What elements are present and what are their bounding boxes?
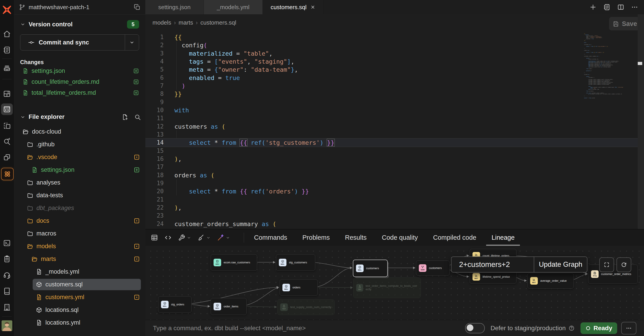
lineage-node-order_items[interactable]: MDLorder_items (211, 298, 247, 315)
overlap-windows-button[interactable] (1, 151, 13, 163)
tree-item-docs-cloud[interactable]: docs-cloud (20, 125, 141, 138)
tree-item-data-tests[interactable]: data-tests (20, 189, 141, 202)
commit-options-caret[interactable] (125, 35, 139, 50)
changed-file-row[interactable]: settings.json (20, 65, 139, 76)
tree-item-settings.json[interactable]: settings.json (20, 164, 141, 176)
minimap[interactable]: {{ config( materialized = "table", tags … (584, 33, 622, 98)
table-tool-button[interactable] (151, 234, 158, 241)
layout-grid-button[interactable] (1, 88, 13, 100)
tree-item-.vscode[interactable]: .vscode (20, 151, 141, 164)
code-lines[interactable]: 1{{2 config(3 materialized = "table",4 t… (145, 14, 638, 229)
search-icon[interactable] (134, 114, 141, 120)
ready-status-button[interactable]: Ready (580, 322, 617, 334)
tree-item-_models.yml[interactable]: _models.yml (20, 265, 141, 278)
panel-tab-results[interactable]: Results (338, 229, 374, 246)
lineage-node-customers[interactable]: MDLcustomers (353, 260, 388, 277)
tree-item-dbt_packages[interactable]: dbt_packages (20, 202, 141, 215)
copy-branch-icon[interactable] (134, 4, 140, 10)
lineage-node-average_order_value[interactable]: METaverage_order_value (527, 273, 574, 289)
tree-item-macros[interactable]: macros (20, 227, 141, 240)
panel-tab-commands[interactable]: Commands (246, 229, 295, 246)
tree-item-locations.yml[interactable]: locations.yml (20, 316, 141, 329)
command-input[interactable]: Type a command, ex. dbt build --select <… (153, 325, 465, 332)
code-editor-button[interactable] (1, 103, 13, 115)
selection-frame-button[interactable] (1, 120, 13, 132)
flask-icon (282, 305, 286, 308)
tree-item-label: .vscode (36, 154, 130, 161)
tab-settings.json[interactable]: settings.json (145, 0, 204, 14)
tab-customers.sql[interactable]: customers.sql (263, 0, 324, 14)
chevron-down-icon[interactable] (20, 114, 26, 120)
lineage-canvas[interactable]: SRCecom.raw_customersMDLstg_customersMDL… (145, 246, 644, 320)
file-icon (36, 269, 42, 275)
lineage-selector-input[interactable]: 2+customers+2 (452, 257, 534, 272)
lineage-selector-overlay: 2+customers+2 Update Graph (451, 257, 588, 273)
tree-item-customers.sql[interactable]: customers.sql (20, 278, 141, 291)
tree-item-docs[interactable]: docs (20, 215, 141, 227)
lineage-refresh-button[interactable] (616, 257, 631, 272)
tree-item-.github[interactable]: .github (20, 138, 141, 151)
wrench-tool-button[interactable] (178, 234, 191, 241)
code-line-16: 16), (145, 155, 638, 163)
tree-item-locations.sql[interactable]: locations.sql (20, 304, 141, 316)
update-graph-button[interactable]: Update Graph (534, 257, 587, 272)
lineage-node-stg_orders[interactable]: MDLstg_orders (158, 296, 192, 313)
search-insights-button[interactable] (1, 136, 13, 147)
lineage-node-customers_sem[interactable]: SEMcustomers (416, 261, 450, 276)
tree-item-models[interactable]: models (20, 240, 141, 253)
lineage-node-test_supply[interactable]: TSTtest_supply_costs_sum_correctly (277, 299, 334, 315)
clipboard-button[interactable] (1, 253, 13, 265)
tree-item-label: data-tests (36, 192, 141, 199)
commit-and-sync-button[interactable]: Commit and sync (20, 34, 139, 50)
inbox-tray-button[interactable] (1, 62, 13, 74)
panel-tab-code-quality[interactable]: Code quality (374, 229, 425, 246)
changed-file-row[interactable]: total_lifetime_orders.md (20, 87, 139, 98)
tree-item-marts[interactable]: marts (20, 253, 141, 265)
chevron-down-icon[interactable] (20, 22, 26, 27)
notebook-button[interactable] (1, 44, 13, 56)
code-tool-button[interactable] (164, 234, 172, 241)
changed-file-row[interactable]: count_lifetime_orders.md (20, 76, 139, 87)
plus-icon[interactable] (590, 3, 596, 11)
atom-button[interactable] (1, 168, 14, 180)
code-line-7: 7 ) (145, 82, 638, 90)
code-line-21: 21 (145, 195, 638, 204)
terminal-button[interactable] (1, 237, 13, 249)
broom-icon (198, 234, 205, 241)
help-icon[interactable] (568, 325, 575, 331)
node-label: stg_orders (171, 303, 184, 306)
panel-tab-compiled-code[interactable]: Compiled code (426, 229, 484, 246)
broom-tool-button[interactable] (198, 234, 211, 241)
panel-tab-lineage[interactable]: Lineage (484, 229, 522, 246)
home-button[interactable] (1, 28, 13, 40)
ai-pen-tool-button[interactable] (217, 234, 230, 241)
tab-_models.yml[interactable]: _models.yml (204, 0, 263, 14)
tree-item-analyses[interactable]: analyses (20, 176, 141, 189)
user-avatar[interactable] (1, 320, 13, 332)
split-icon[interactable] (617, 3, 624, 11)
code-icon (164, 234, 172, 241)
close-icon[interactable] (310, 4, 316, 10)
lineage-node-stg_customers[interactable]: MDLstg_customers (276, 254, 315, 271)
panel-tabs: CommandsProblemsResultsCode qualityCompi… (246, 229, 522, 246)
dbt-logo-button[interactable] (1, 4, 13, 16)
folder-open-icon (27, 243, 33, 250)
ellipsis-icon[interactable] (631, 3, 638, 11)
lineage-node-orders[interactable]: MDLorders (280, 279, 318, 296)
lineage-node-raw_customers[interactable]: SRCecom.raw_customers (211, 254, 257, 271)
code-editor[interactable]: models › marts › customers.sql Save 1{{2… (145, 14, 644, 229)
more-options-button[interactable] (621, 322, 636, 335)
headset-button[interactable] (1, 269, 13, 281)
building-button[interactable] (1, 301, 13, 313)
book-button[interactable] (1, 285, 13, 297)
panel-tab-problems[interactable]: Problems (295, 229, 338, 246)
editor-scrollbar[interactable] (638, 14, 644, 229)
file-explorer-title: File explorer (28, 113, 118, 120)
lineage-node-test_order_items[interactable]: TSTtest_order_items_compute_to_bools_cor… (353, 278, 421, 298)
new-file-icon[interactable] (122, 114, 128, 120)
notebook-icon[interactable] (603, 3, 610, 11)
lineage-fullscreen-button[interactable] (599, 257, 614, 272)
tree-item-label: marts (41, 256, 130, 263)
tree-item-customers.yml[interactable]: customers.yml (20, 291, 141, 304)
defer-toggle[interactable] (465, 323, 485, 333)
